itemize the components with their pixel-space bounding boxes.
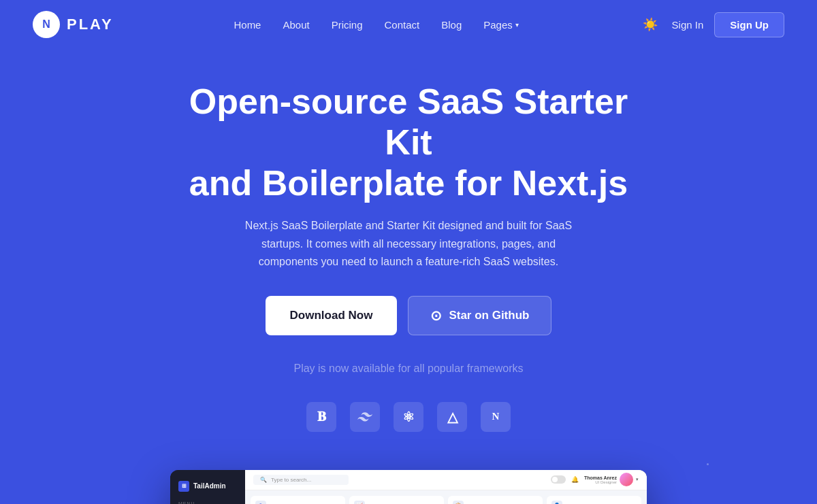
nav-pages-dropdown[interactable]: Pages ▾ [483,19,519,31]
chevron-down-icon: ▾ [515,21,519,29]
dashboard-preview-wrapper: for(let i=0;i<40;i++) document.currentSc… [0,470,817,504]
product-icon: 📦 [453,501,464,504]
hero-buttons: Download Now ⊙ Star on Github [14,296,803,335]
nav-about[interactable]: About [283,19,309,31]
astro-icon: △ [437,402,467,432]
sidebar-logo-icon: ⊞ [178,481,189,492]
profit-icon: 📈 [354,501,365,504]
header-right: ☀️ Sign In Sign Up [639,12,784,37]
stats-row: 👁 $3.456K Total views 0.43% ↑ 📈 $45.2K T… [251,496,641,504]
logo-text: PLAY [67,16,114,33]
sign-up-button[interactable]: Sign Up [714,12,784,37]
star-on-github-button[interactable]: ⊙ Star on Github [408,296,551,335]
hero-description: Next.js SaaS Boilerplate and Starter Kit… [231,217,586,271]
stat-card-product: 📦 2.450 Total Product 2.59% ↑ [448,496,543,504]
dashboard-search[interactable]: 🔍 Type to search... [253,475,349,485]
chevron-down-icon: ▾ [636,477,639,482]
hero-headline: Open-source SaaS Starter Kit and Boilerp… [177,82,640,203]
stat-card-views: 👁 $3.456K Total views 0.43% ↑ [251,496,345,504]
bootstrap-icon: 𝐁 [306,402,336,432]
dashboard-window: ⊞ TailAdmin MENU ⊞ Dashboard › ▦ Calenda… [170,470,647,504]
nav-home[interactable]: Home [234,19,261,31]
dashboard-topbar: 🔍 Type to search... 🔔 Thomas Anrez UI De… [245,470,647,490]
stat-card-profit: 📈 $45.2K Total Profit 4.35% ↑ [349,496,444,504]
notification-icon[interactable]: 🔔 [571,476,579,483]
github-icon: ⊙ [430,307,442,324]
users-icon: 👤 [551,501,562,504]
avatar [620,473,633,486]
logo[interactable]: N PLAY [33,11,114,38]
dashboard-main: 🔍 Type to search... 🔔 Thomas Anrez UI De… [245,470,647,504]
dashboard-content: 👁 $3.456K Total views 0.43% ↑ 📈 $45.2K T… [245,490,647,504]
dot-pattern-right: for(let i=0;i<40;i++) document.currentSc… [707,463,790,504]
search-icon: 🔍 [260,477,267,483]
theme-toggle-button[interactable]: ☀️ [639,14,661,35]
nextjs-icon: N [481,402,511,432]
user-info: Thomas Anrez UI Designer [584,475,617,484]
nav-blog[interactable]: Blog [441,19,462,31]
sidebar-logo: ⊞ TailAdmin [170,478,245,499]
download-now-button[interactable]: Download Now [266,296,398,335]
menu-label: MENU [170,499,245,504]
nav-contact[interactable]: Contact [385,19,420,31]
hero-section: Open-source SaaS Starter Kit and Boilerp… [0,49,817,470]
sign-in-button[interactable]: Sign In [672,19,704,31]
topbar-right: 🔔 Thomas Anrez UI Designer ▾ [551,473,639,486]
logo-icon: N [33,11,60,38]
dashboard-sidebar: ⊞ TailAdmin MENU ⊞ Dashboard › ▦ Calenda… [170,470,245,504]
react-icon: ⚛ [394,402,423,432]
header: N PLAY Home About Pricing Contact Blog P… [0,0,817,49]
search-placeholder: Type to search... [271,477,311,483]
stat-card-users: 👤 3.456 Total Users 0.95% ↑ [547,496,641,504]
framework-icons: 𝐁 ⚛ △ N [14,402,803,432]
nav-pricing[interactable]: Pricing [332,19,363,31]
tailwind-icon [350,402,380,432]
main-nav: Home About Pricing Contact Blog Pages ▾ [234,19,518,31]
user-avatar-area: Thomas Anrez UI Designer ▾ [584,473,639,486]
user-name: Thomas Anrez [584,475,617,480]
frameworks-label: Play is now available for all popular fr… [231,360,586,377]
user-role: UI Designer [584,480,617,484]
dark-mode-toggle[interactable] [551,475,566,484]
views-icon: 👁 [255,501,266,504]
